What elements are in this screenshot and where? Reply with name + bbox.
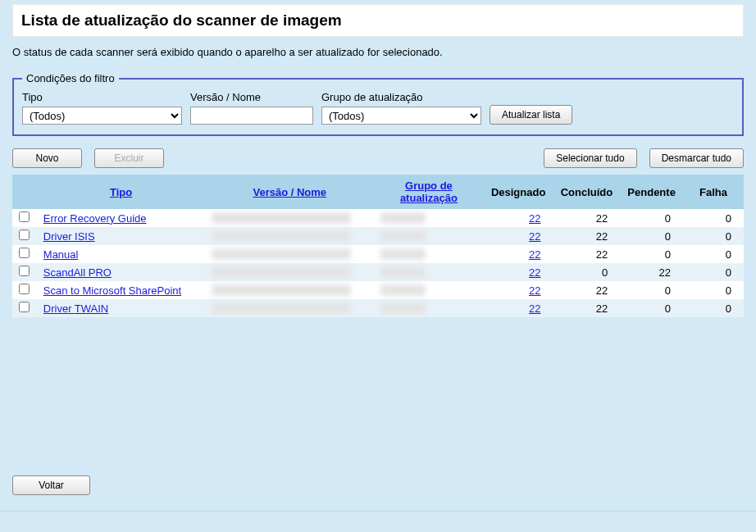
row-group-blurred: x <box>380 266 426 278</box>
row-type-link[interactable]: Manual <box>43 248 79 261</box>
row-failed: 0 <box>683 227 744 245</box>
row-type-link[interactable]: ScandAll PRO <box>43 266 112 279</box>
row-checkbox[interactable] <box>19 284 30 294</box>
row-failed: 0 <box>683 245 744 263</box>
row-version-blurred: x <box>212 284 351 296</box>
row-group-blurred: x <box>380 302 426 314</box>
row-group-blurred: x <box>380 230 426 242</box>
row-group-blurred: x <box>380 212 426 224</box>
header-checkbox <box>12 175 37 209</box>
deselect-all-button[interactable]: Desmarcar tudo <box>649 148 744 168</box>
row-version-blurred: x <box>212 212 351 224</box>
row-type-link[interactable]: Error Recovery Guide <box>43 212 147 225</box>
row-checkbox[interactable] <box>19 302 30 312</box>
row-pending: 0 <box>620 209 683 227</box>
row-pending: 22 <box>620 263 683 281</box>
filter-type-label: Tipo <box>22 91 182 103</box>
table-row: Driver ISISxx222200 <box>12 227 744 245</box>
filter-version-input[interactable] <box>190 107 313 125</box>
page-description: O status de cada scanner será exibido qu… <box>12 45 471 60</box>
updates-table: Tipo Versão / Nome Grupo de atualização … <box>12 175 744 317</box>
row-version-blurred: x <box>212 302 351 314</box>
update-list-button[interactable]: Atualizar lista <box>490 105 572 125</box>
row-assigned-link[interactable]: 22 <box>529 284 540 297</box>
page-title: Lista de atualização do scanner de image… <box>12 4 744 37</box>
row-completed: 22 <box>553 209 621 227</box>
header-group[interactable]: Grupo de atualização <box>400 180 458 204</box>
row-failed: 0 <box>683 209 744 227</box>
filter-legend: Condições do filtro <box>22 72 119 84</box>
row-completed: 0 <box>553 263 621 281</box>
table-row: Driver TWAINxx222200 <box>12 299 744 317</box>
back-button[interactable]: Voltar <box>12 475 90 495</box>
row-version-blurred: x <box>212 266 351 278</box>
header-completed: Concluído <box>553 175 621 209</box>
table-row: ScandAll PROxx220220 <box>12 263 744 281</box>
table-row: Error Recovery Guidexx222200 <box>12 209 744 227</box>
row-failed: 0 <box>683 281 744 299</box>
filter-version-label: Versão / Nome <box>190 91 313 103</box>
filter-fieldset: Condições do filtro Tipo (Todos) Versão … <box>12 72 744 136</box>
row-failed: 0 <box>683 299 744 317</box>
filter-group-select[interactable]: (Todos) <box>321 107 481 125</box>
header-failed: Falha <box>683 175 744 209</box>
delete-button[interactable]: Excluir <box>94 148 164 168</box>
row-assigned-link[interactable]: 22 <box>529 230 540 243</box>
row-pending: 0 <box>620 227 683 245</box>
row-version-blurred: x <box>212 230 351 242</box>
table-row: Manualxx222200 <box>12 245 744 263</box>
row-pending: 0 <box>620 299 683 317</box>
row-group-blurred: x <box>380 248 426 260</box>
row-type-link[interactable]: Scan to Microsoft SharePoint <box>43 284 181 297</box>
row-checkbox[interactable] <box>19 266 30 276</box>
header-type[interactable]: Tipo <box>110 186 132 198</box>
select-all-button[interactable]: Selecionar tudo <box>544 148 636 168</box>
row-completed: 22 <box>553 281 621 299</box>
row-checkbox[interactable] <box>19 230 30 240</box>
row-failed: 0 <box>683 263 744 281</box>
row-completed: 22 <box>553 227 621 245</box>
row-pending: 0 <box>620 245 683 263</box>
row-version-blurred: x <box>212 248 351 260</box>
filter-group-label: Grupo de atualização <box>321 91 481 103</box>
row-pending: 0 <box>620 281 683 299</box>
new-button[interactable]: Novo <box>12 148 82 168</box>
table-row: Scan to Microsoft SharePointxx222200 <box>12 281 744 299</box>
row-assigned-link[interactable]: 22 <box>529 212 540 225</box>
row-completed: 22 <box>553 245 621 263</box>
row-type-link[interactable]: Driver TWAIN <box>43 302 108 315</box>
header-version[interactable]: Versão / Nome <box>253 186 326 198</box>
row-assigned-link[interactable]: 22 <box>529 248 540 261</box>
footer-divider <box>0 511 756 512</box>
filter-type-select[interactable]: (Todos) <box>22 107 182 125</box>
row-completed: 22 <box>553 299 621 317</box>
row-type-link[interactable]: Driver ISIS <box>43 230 95 243</box>
row-assigned-link[interactable]: 22 <box>529 266 540 279</box>
row-assigned-link[interactable]: 22 <box>529 302 540 315</box>
header-pending: Pendente <box>620 175 683 209</box>
row-checkbox[interactable] <box>19 248 30 258</box>
header-assigned: Designado <box>484 175 553 209</box>
row-checkbox[interactable] <box>19 211 30 222</box>
row-group-blurred: x <box>380 284 426 296</box>
